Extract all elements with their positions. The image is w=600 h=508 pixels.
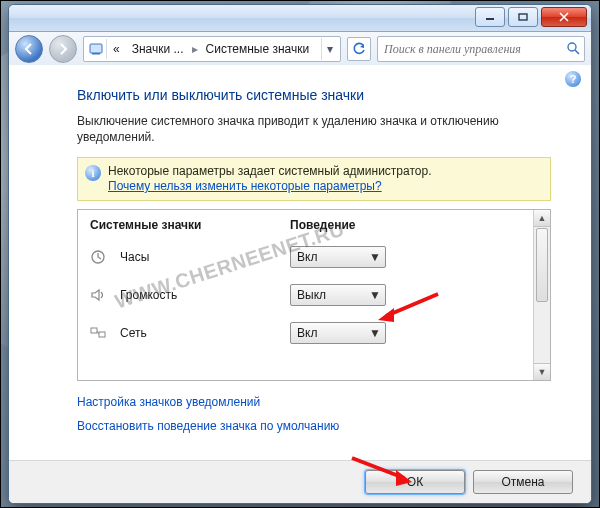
list-scrollbar[interactable]: ▲ ▼	[533, 210, 550, 380]
row-label: Громкость	[120, 288, 290, 302]
control-panel-window: « Значки ... ▸ Системные значки ▾ ? Вклю…	[8, 4, 592, 504]
chevron-right-icon: ▸	[190, 42, 200, 56]
row-network: Сеть Вкл▼	[90, 314, 538, 352]
svg-rect-2	[90, 44, 102, 53]
control-panel-icon	[86, 39, 107, 59]
search-box[interactable]	[377, 36, 585, 62]
network-behavior-select[interactable]: Вкл▼	[290, 322, 386, 344]
volume-icon	[90, 286, 112, 304]
admin-info-text: Некоторые параметры задает системный адм…	[108, 164, 431, 178]
maximize-button[interactable]	[508, 7, 538, 27]
clock-icon	[90, 248, 112, 266]
svg-rect-1	[519, 14, 527, 20]
why-disabled-link[interactable]: Почему нельзя изменить некоторые парамет…	[108, 179, 382, 193]
search-input[interactable]	[382, 41, 566, 58]
chevron-down-icon: ▼	[369, 326, 381, 340]
customize-icons-link[interactable]: Настройка значков уведомлений	[77, 395, 551, 409]
close-button[interactable]	[541, 7, 587, 27]
breadcrumb-chevron[interactable]: «	[107, 38, 126, 60]
minimize-button[interactable]	[475, 7, 505, 27]
chevron-down-icon: ▼	[369, 288, 381, 302]
row-volume: Громкость Выкл▼	[90, 276, 538, 314]
scrollbar-up[interactable]: ▲	[534, 210, 550, 227]
info-icon: i	[85, 165, 101, 181]
page-title: Включить или выключить системные значки	[77, 87, 551, 103]
search-icon	[566, 41, 580, 58]
page-description: Выключение системного значка приводит к …	[77, 113, 551, 145]
column-header-icon: Системные значки	[90, 218, 290, 232]
help-icon[interactable]: ?	[565, 71, 581, 87]
volume-behavior-select[interactable]: Выкл▼	[290, 284, 386, 306]
svg-rect-0	[486, 18, 494, 20]
row-label: Сеть	[120, 326, 290, 340]
refresh-button[interactable]	[347, 37, 371, 61]
restore-defaults-link[interactable]: Восстановить поведение значка по умолчан…	[77, 419, 551, 433]
scrollbar-down[interactable]: ▼	[534, 363, 550, 380]
back-button[interactable]	[15, 35, 43, 63]
breadcrumb-bar[interactable]: « Значки ... ▸ Системные значки ▾	[83, 36, 341, 62]
row-label: Часы	[120, 250, 290, 264]
network-icon	[90, 324, 112, 342]
column-header-behavior: Поведение	[290, 218, 440, 232]
admin-info-box: i Некоторые параметры задает системный а…	[77, 157, 551, 201]
ok-button[interactable]: ОК	[365, 470, 465, 494]
content-area: ? Включить или выключить системные значк…	[9, 65, 591, 503]
scrollbar-thumb[interactable]	[536, 228, 548, 302]
breadcrumb-dropdown[interactable]: ▾	[321, 38, 338, 60]
clock-behavior-select[interactable]: Вкл▼	[290, 246, 386, 268]
system-icons-list: Системные значки Поведение Часы Вкл▼ Гро…	[77, 209, 551, 381]
svg-rect-3	[92, 53, 100, 55]
dialog-footer: ОК Отмена	[9, 460, 591, 503]
nav-bar: « Значки ... ▸ Системные значки ▾	[9, 32, 591, 67]
svg-point-4	[568, 43, 576, 51]
svg-rect-7	[99, 332, 105, 337]
chevron-down-icon: ▼	[369, 250, 381, 264]
svg-rect-6	[91, 328, 97, 333]
breadcrumb-seg-2[interactable]: Системные значки	[200, 38, 316, 60]
row-clock: Часы Вкл▼	[90, 238, 538, 276]
forward-button[interactable]	[49, 35, 77, 63]
cancel-button[interactable]: Отмена	[473, 470, 573, 494]
window-titlebar[interactable]	[9, 5, 591, 32]
breadcrumb-seg-1[interactable]: Значки ...	[126, 38, 190, 60]
